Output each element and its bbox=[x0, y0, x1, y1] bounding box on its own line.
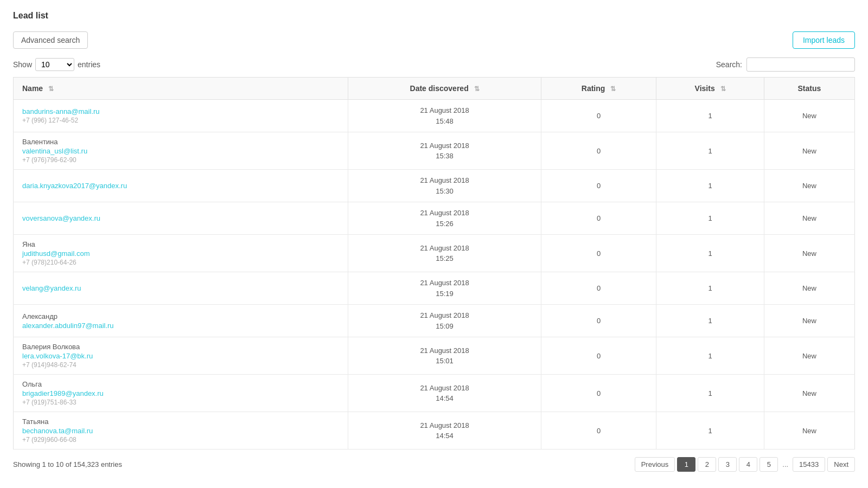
sort-name-icon[interactable]: ⇅ bbox=[48, 85, 54, 93]
visits-cell: 1 bbox=[656, 337, 764, 375]
entries-select[interactable]: 102550100 bbox=[35, 58, 74, 71]
search-input[interactable] bbox=[746, 57, 855, 72]
status-cell: New bbox=[764, 132, 854, 170]
status-cell: New bbox=[764, 202, 854, 235]
table-row[interactable]: Александрalexander.abdulin97@mail.ru21 A… bbox=[14, 305, 855, 337]
pagination-page-4[interactable]: 4 bbox=[739, 457, 757, 472]
rating-cell: 0 bbox=[541, 170, 656, 202]
table-row[interactable]: voversanova@yandex.ru21 August 201815:26… bbox=[14, 202, 855, 235]
import-leads-button[interactable]: Import leads bbox=[793, 31, 855, 49]
lead-email[interactable]: daria.knyazkova2017@yandex.ru bbox=[22, 182, 127, 190]
name-cell: bandurins-anna@mail.ru+7 (996) 127-46-52 bbox=[14, 100, 348, 132]
lead-name: Яна bbox=[22, 240, 339, 248]
page-title: Lead list bbox=[13, 11, 855, 21]
pagination-last-page[interactable]: 15433 bbox=[793, 457, 825, 472]
lead-email[interactable]: brigadier1989@yandex.ru bbox=[22, 389, 104, 397]
header-row: Name ⇅ Date discovered ⇅ Rating ⇅ Visits… bbox=[14, 78, 855, 100]
status-cell: New bbox=[764, 170, 854, 202]
pagination-page-5[interactable]: 5 bbox=[760, 457, 778, 472]
date-cell: 21 August 201815:38 bbox=[348, 132, 541, 170]
rating-cell: 0 bbox=[541, 337, 656, 375]
visits-cell: 1 bbox=[656, 235, 764, 272]
table-row[interactable]: bandurins-anna@mail.ru+7 (996) 127-46-52… bbox=[14, 100, 855, 132]
table-row[interactable]: Янаjudithusd@gmail.com+7 (978)210-64-262… bbox=[14, 235, 855, 272]
rating-cell: 0 bbox=[541, 235, 656, 272]
name-cell: velang@yandex.ru bbox=[14, 272, 348, 305]
name-cell: Татьянаbechanova.ta@mail.ru+7 (929)960-6… bbox=[14, 412, 348, 450]
rating-cell: 0 bbox=[541, 412, 656, 450]
name-cell: Валентинаvalentina_usl@list.ru+7 (976)79… bbox=[14, 132, 348, 170]
visits-cell: 1 bbox=[656, 272, 764, 305]
table-body: bandurins-anna@mail.ru+7 (996) 127-46-52… bbox=[14, 100, 855, 450]
table-row[interactable]: Татьянаbechanova.ta@mail.ru+7 (929)960-6… bbox=[14, 412, 855, 450]
lead-email[interactable]: valentina_usl@list.ru bbox=[22, 147, 87, 155]
name-cell: Ольгаbrigadier1989@yandex.ru+7 (919)751-… bbox=[14, 375, 348, 412]
date-cell: 21 August 201814:54 bbox=[348, 412, 541, 450]
table-row[interactable]: daria.knyazkova2017@yandex.ru21 August 2… bbox=[14, 170, 855, 202]
lead-email[interactable]: bechanova.ta@mail.ru bbox=[22, 427, 93, 435]
status-cell: New bbox=[764, 235, 854, 272]
date-cell: 21 August 201815:26 bbox=[348, 202, 541, 235]
lead-name: Валерия Волкова bbox=[22, 343, 339, 351]
advanced-search-button[interactable]: Advanced search bbox=[13, 31, 88, 49]
lead-phone: +7 (929)960-66-08 bbox=[22, 436, 339, 444]
showing-text: Showing 1 to 10 of 154,323 entries bbox=[13, 460, 122, 468]
lead-email[interactable]: judithusd@gmail.com bbox=[22, 249, 90, 258]
pagination-page-1[interactable]: 1 bbox=[677, 457, 695, 472]
toolbar: Advanced search Import leads bbox=[13, 31, 855, 49]
name-cell: Александрalexander.abdulin97@mail.ru bbox=[14, 305, 348, 337]
pagination-previous[interactable]: Previous bbox=[635, 457, 675, 472]
date-cell: 21 August 201815:25 bbox=[348, 235, 541, 272]
lead-phone: +7 (996) 127-46-52 bbox=[22, 117, 339, 124]
lead-name: Татьяна bbox=[22, 418, 339, 426]
visits-cell: 1 bbox=[656, 100, 764, 132]
visits-cell: 1 bbox=[656, 202, 764, 235]
entries-label: entries bbox=[78, 60, 100, 69]
sort-visits-icon[interactable]: ⇅ bbox=[720, 85, 726, 93]
date-cell: 21 August 201815:01 bbox=[348, 337, 541, 375]
footer-row: Showing 1 to 10 of 154,323 entries Previ… bbox=[13, 457, 855, 472]
name-cell: Валерия Волковаlera.volkova-17@bk.ru+7 (… bbox=[14, 337, 348, 375]
name-cell: daria.knyazkova2017@yandex.ru bbox=[14, 170, 348, 202]
lead-name: Валентина bbox=[22, 138, 339, 146]
pagination-page-2[interactable]: 2 bbox=[698, 457, 716, 472]
pagination: Previous12345...15433Next bbox=[635, 457, 855, 472]
lead-email[interactable]: bandurins-anna@mail.ru bbox=[22, 107, 100, 115]
lead-phone: +7 (978)210-64-26 bbox=[22, 259, 339, 266]
visits-cell: 1 bbox=[656, 132, 764, 170]
visits-cell: 1 bbox=[656, 305, 764, 337]
date-cell: 21 August 201815:19 bbox=[348, 272, 541, 305]
col-date: Date discovered ⇅ bbox=[348, 78, 541, 100]
table-header: Name ⇅ Date discovered ⇅ Rating ⇅ Visits… bbox=[14, 78, 855, 100]
search-label: Search: bbox=[716, 60, 742, 69]
table-row[interactable]: velang@yandex.ru21 August 201815:1901New bbox=[14, 272, 855, 305]
table-row[interactable]: Валентинаvalentina_usl@list.ru+7 (976)79… bbox=[14, 132, 855, 170]
status-cell: New bbox=[764, 375, 854, 412]
lead-name: Александр bbox=[22, 312, 339, 320]
lead-phone: +7 (914)948-62-74 bbox=[22, 361, 339, 369]
sort-rating-icon[interactable]: ⇅ bbox=[610, 85, 616, 93]
col-status: Status bbox=[764, 78, 854, 100]
status-cell: New bbox=[764, 272, 854, 305]
lead-email[interactable]: velang@yandex.ru bbox=[22, 284, 81, 292]
visits-cell: 1 bbox=[656, 412, 764, 450]
pagination-ellipsis: ... bbox=[780, 458, 790, 471]
rating-cell: 0 bbox=[541, 202, 656, 235]
lead-email[interactable]: voversanova@yandex.ru bbox=[22, 214, 100, 222]
col-name: Name ⇅ bbox=[14, 78, 348, 100]
search-row: Search: bbox=[716, 57, 855, 72]
date-cell: 21 August 201815:30 bbox=[348, 170, 541, 202]
table-row[interactable]: Ольгаbrigadier1989@yandex.ru+7 (919)751-… bbox=[14, 375, 855, 412]
pagination-page-3[interactable]: 3 bbox=[718, 457, 737, 472]
sort-date-icon[interactable]: ⇅ bbox=[474, 85, 480, 93]
col-visits: Visits ⇅ bbox=[656, 78, 764, 100]
pagination-next[interactable]: Next bbox=[827, 457, 855, 472]
entries-row: Show 102550100 entries Search: bbox=[13, 57, 855, 72]
status-cell: New bbox=[764, 337, 854, 375]
name-cell: Янаjudithusd@gmail.com+7 (978)210-64-26 bbox=[14, 235, 348, 272]
table-row[interactable]: Валерия Волковаlera.volkova-17@bk.ru+7 (… bbox=[14, 337, 855, 375]
name-cell: voversanova@yandex.ru bbox=[14, 202, 348, 235]
rating-cell: 0 bbox=[541, 132, 656, 170]
lead-email[interactable]: lera.volkova-17@bk.ru bbox=[22, 352, 93, 360]
lead-email[interactable]: alexander.abdulin97@mail.ru bbox=[22, 322, 114, 330]
